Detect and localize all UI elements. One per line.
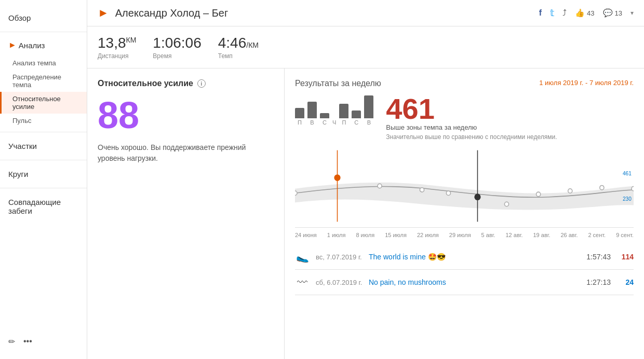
effort-title: Относительное усилие i — [98, 79, 274, 88]
divider-3 — [0, 160, 87, 160]
bar — [307, 102, 317, 118]
bar-column: П — [295, 108, 304, 126]
dropdown-arrow-icon[interactable]: ▾ — [630, 9, 634, 17]
point-black — [474, 194, 480, 200]
point-3 — [420, 188, 424, 192]
weekly-stats: 461 Выше зоны темпа за неделю Значительн… — [386, 94, 557, 141]
x-axis-label: 19 авг. — [533, 232, 550, 238]
divider-4 — [0, 188, 87, 188]
divider-2 — [0, 132, 87, 132]
band-area — [295, 183, 634, 210]
activity-item: 〰 сб, 6.07.2019 г. No pain, no mushrooms… — [295, 270, 634, 295]
facebook-icon[interactable]: f — [539, 8, 542, 18]
more-icon[interactable]: ••• — [23, 337, 32, 347]
chevron-icon: ► — [8, 40, 17, 50]
activity-header: ► Александр Холод – Бег f 𝕥 ⤴ 👍 43 💬 13 … — [87, 0, 644, 26]
point-4 — [446, 191, 450, 195]
stat-pace: 4:46/КМ Темп — [218, 35, 259, 60]
pace-label: Темп — [218, 52, 259, 60]
stats-row: 13,8КМ Дистанция 1:06:06 Время 4:46/КМ Т… — [87, 26, 644, 68]
x-axis-label: 5 авг. — [481, 232, 495, 238]
sidebar-sub-pulse[interactable]: Пульс — [0, 114, 87, 128]
activity-name[interactable]: The world is mine 🤩😎 — [369, 253, 573, 261]
y-mid-label: 230 — [623, 196, 632, 202]
effort-description: Очень хорошо. Вы поддерживаете прежний у… — [98, 142, 274, 164]
time-value: 1:06:06 — [153, 35, 201, 51]
activity-list: 🥿 вс, 7.07.2019 г. The world is mine 🤩😎 … — [295, 244, 634, 295]
distance-value: 13,8КМ — [98, 35, 136, 51]
sidebar-item-analysis[interactable]: ► Анализ — [0, 36, 87, 54]
activity-icon: 🥿 — [295, 250, 310, 264]
time-label: Время — [153, 52, 201, 60]
activity-name[interactable]: No pain, no mushrooms — [369, 278, 573, 286]
x-axis-label: 29 июля — [449, 232, 471, 238]
point-2 — [378, 184, 382, 188]
x-axis-label: 2 сент. — [588, 232, 606, 238]
stat-time: 1:06:06 Время — [153, 35, 201, 60]
sidebar-sub-section: Анализ темпа Распределение темпа Относит… — [0, 56, 87, 128]
share-icon[interactable]: ⤴ — [562, 8, 567, 18]
weekly-label: Выше зоны темпа за неделю — [386, 123, 557, 131]
likes-count[interactable]: 👍 43 — [575, 8, 594, 18]
x-axis-label: 26 авг. — [560, 232, 578, 238]
twitter-icon[interactable]: 𝕥 — [550, 7, 554, 19]
point-10 — [632, 187, 634, 191]
activity-title: Александр Холод – Бег — [115, 7, 533, 19]
sidebar-sub-pace-analysis[interactable]: Анализ темпа — [0, 56, 87, 70]
bar-day-label: П — [342, 119, 346, 126]
point-0 — [295, 191, 297, 195]
activity-time: 1:57:43 — [580, 253, 611, 261]
point-8 — [568, 189, 572, 193]
edit-icon[interactable]: ✏ — [8, 337, 15, 347]
left-panel: Относительное усилие i 88 Очень хорошо. … — [87, 68, 285, 359]
bar — [364, 95, 373, 118]
sidebar-sub-pace-dist[interactable]: Распределение темпа — [0, 70, 87, 92]
bar-column: В — [307, 102, 317, 126]
bar-day-label: С — [354, 119, 358, 126]
x-axis-label: 22 июля — [417, 232, 439, 238]
sidebar-item-overview[interactable]: Обзор — [0, 8, 87, 27]
sidebar-item-matching[interactable]: Совпадающие забеги — [0, 192, 87, 220]
bar-column: С — [320, 113, 329, 126]
x-axis-label: 15 июля — [385, 232, 407, 238]
effort-value: 88 — [98, 96, 274, 134]
comments-count[interactable]: 💬 13 — [603, 8, 622, 18]
weekly-content: ПВСЧПСВ 461 Выше зоны темпа за неделю Зн… — [295, 94, 634, 141]
activity-time: 1:27:13 — [580, 278, 611, 286]
x-axis-label: 8 июля — [356, 232, 374, 238]
y-max-label: 461 — [623, 171, 632, 176]
point-6 — [504, 202, 508, 206]
sidebar-item-laps[interactable]: Круги — [0, 164, 87, 184]
bar-day-label: В — [367, 119, 371, 126]
bar-column: П — [339, 104, 348, 126]
sidebar: Обзор ► Анализ Анализ темпа Распределени… — [0, 0, 87, 359]
x-axis-label: 12 авг. — [505, 232, 522, 238]
bar-chart-container: ПВСЧПСВ — [295, 94, 373, 129]
bar — [352, 111, 361, 118]
chart-x-labels: 24 июня1 июля8 июля15 июля22 июля29 июля… — [295, 230, 634, 240]
sidebar-item-participants[interactable]: Участки — [0, 136, 87, 156]
weekly-title: Результаты за неделю — [295, 79, 381, 88]
header-actions: f 𝕥 ⤴ 👍 43 💬 13 ▾ — [539, 7, 634, 19]
pace-value: 4:46/КМ — [218, 35, 259, 51]
activity-date: сб, 6.07.2019 г. — [316, 279, 363, 286]
activity-date: вс, 7.07.2019 г. — [316, 253, 363, 261]
weekly-header: Результаты за неделю 1 июля 2019 г. - 7 … — [295, 79, 634, 88]
bar-day-label: П — [298, 119, 302, 126]
bar — [295, 108, 304, 118]
point-highlight — [334, 174, 340, 181]
trend-svg: 461 230 — [295, 145, 634, 227]
bar-day-label: С — [323, 119, 327, 126]
weekly-sub-label: Значительно выше по сравнению с последни… — [386, 133, 557, 141]
activity-effort: 24 — [617, 278, 634, 286]
content-area: Относительное усилие i 88 Очень хорошо. … — [87, 68, 644, 359]
bar-chart: ПВСЧПСВ — [295, 94, 373, 126]
bar-column: С — [352, 111, 361, 126]
trend-chart: 461 230 — [295, 145, 634, 228]
sidebar-bottom: ✏ ••• — [0, 333, 87, 351]
weekly-date: 1 июля 2019 г. - 7 июля 2019 г. — [539, 79, 634, 87]
sidebar-sub-relative-effort[interactable]: Относительное усилие — [0, 92, 87, 114]
bar-day-label: Ч — [332, 119, 336, 126]
info-icon[interactable]: i — [197, 79, 206, 88]
point-9 — [600, 185, 604, 189]
